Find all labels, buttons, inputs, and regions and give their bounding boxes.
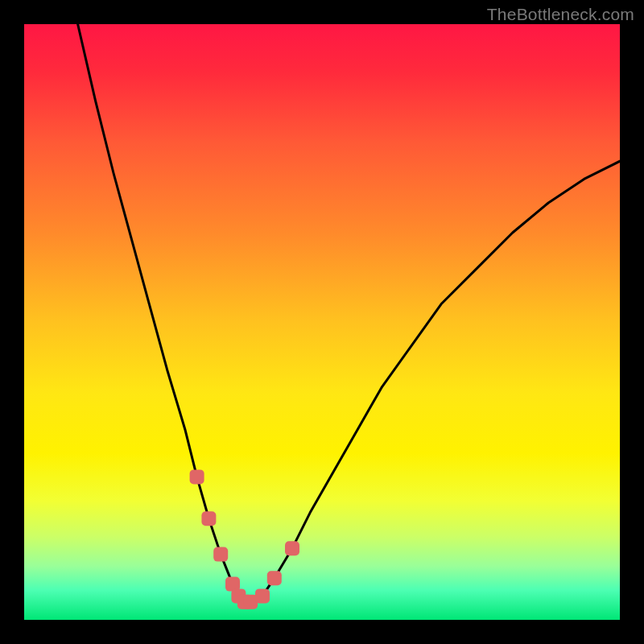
chart-frame — [24, 24, 620, 620]
highlight-marker — [190, 469, 204, 484]
chart-background — [24, 24, 620, 620]
bottleneck-chart — [24, 24, 620, 620]
highlight-marker — [285, 541, 299, 555]
highlight-marker — [201, 511, 216, 526]
highlight-marker — [255, 588, 270, 603]
highlight-marker — [213, 547, 228, 562]
highlight-marker — [267, 571, 282, 585]
watermark-text: TheBottleneck.com — [487, 5, 634, 24]
